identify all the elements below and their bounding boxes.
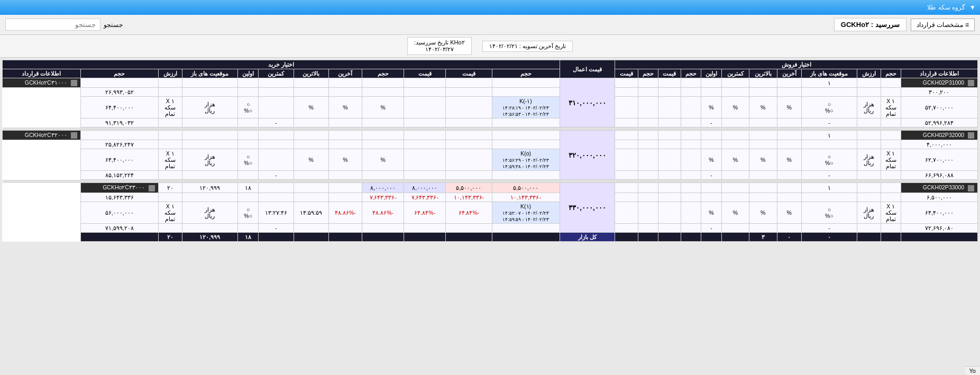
- footer-label: کل بازار: [560, 232, 615, 241]
- buy-col-low: کمترین: [259, 69, 294, 78]
- table-row: ۷۲,۶۹۶,۰۸۰ - - - ۷۱,۵۹۹,۲۰۸: [3, 223, 978, 232]
- table-row: ۶,۵۰۰,۰۰۰ -۱۰,۱۴۳,۳۳۶ -۱۰,۱۴۳,۳۳۶ -۷,۶۴۳…: [3, 193, 978, 202]
- table-row: ۵۲,۹۹۶,۲۸۴ - - - ۹۱,۳۱۹,۰۳۲: [3, 118, 978, 127]
- buy-col-vol: حجم: [80, 69, 158, 78]
- sell-col-latest: آخرین: [777, 69, 801, 78]
- sell-col-contract: اطلاعات قرارداد: [901, 69, 977, 78]
- search-label: جستجو: [104, 21, 123, 29]
- contract-icon: [968, 80, 974, 86]
- sell-col-high: بالاترین: [749, 69, 777, 78]
- sell-col-supply-price: قیمت: [615, 69, 638, 78]
- top-bar: ▼ گروه سکه طلا: [0, 0, 980, 15]
- sell-header: اختیار فروش: [615, 60, 978, 69]
- sell-col-demand-price: قیمت: [658, 69, 681, 78]
- buy-col-high: بالاترین: [294, 69, 328, 78]
- info-bar: تاریخ آخرین تسویه : ۱۴۰۲/۰۲/۲۱ KHo۲ تاری…: [0, 35, 980, 58]
- table-row: GCKH02P31000 ۱ ۳۱۰,۰۰۰,۰۰۰: [3, 78, 978, 88]
- expiry-date-box: KHo۲ تاریخ سررسید: ۱۴۰۲/۰۳/۲۷: [407, 37, 472, 55]
- footer-row: ۰ ۰ ۳ کل بازار ۱۸ ۱۲۰,۹۹۹ ۲۰: [3, 232, 978, 241]
- table-row: ۳۰۰,۲۰۰ ۲۶,۹۹۳,۰۵۲: [3, 88, 978, 97]
- buy-header: اختیار خرید: [3, 60, 560, 69]
- buy-col-val: ارزش: [158, 69, 182, 78]
- header-row: ≡ مشخصات قرارداد سررسید : GCKHo۲ جستجو: [0, 15, 980, 35]
- sell-col-supply-vol: حجم: [638, 69, 658, 78]
- table-row: ۶۶,۶۹۶,۰۸۸ - - - ۸۵,۱۵۲,۲۲۴: [3, 171, 978, 180]
- buy-col-demand-price: قیمت: [404, 69, 446, 78]
- buy-col-openpos: موقعیت های باز: [182, 69, 238, 78]
- buy-col-first: اولین: [238, 69, 259, 78]
- contract-icon: [71, 80, 77, 86]
- contract-specs-button[interactable]: ≡ مشخصات قرارداد: [911, 19, 975, 31]
- buy-col-demand-vol: حجم: [362, 69, 404, 78]
- buy-col-supply-price: قیمت: [446, 69, 492, 78]
- buy-col-latest: آخرین: [328, 69, 362, 78]
- strike-price-header: قیمت اعمال: [560, 60, 615, 78]
- contract-icon: [968, 185, 974, 191]
- sell-col-openpos: موقعیت های باز: [801, 69, 857, 78]
- contract-icon: [968, 132, 974, 139]
- chevron-icon: ▼: [969, 4, 976, 11]
- sell-col-low: کمترین: [722, 69, 749, 78]
- contract-icon: [71, 132, 77, 139]
- table-row: GCKH02P32000 ۱ ۳۲۰,۰۰۰,۰۰۰: [3, 131, 978, 140]
- contract-label: سررسید : GCKHo۲: [834, 18, 906, 31]
- table-row: ۴,۰۰۰,۰۰۰ ۲۵,۸۲۶,۲۴۷: [3, 140, 978, 149]
- sell-col-val: ارزش: [857, 69, 881, 78]
- buy-col-supply-vol: حجم: [492, 69, 560, 78]
- table-row: ۶۲,۷۰۰,۰۰۰ X ۱سکهتمام هزارریال ○○% % % %…: [3, 149, 978, 171]
- sell-col-demand-vol: حجم: [681, 69, 701, 78]
- contract-icon: [149, 185, 155, 191]
- sell-col-demand-first: اولین: [701, 69, 721, 78]
- settlement-date-box: تاریخ آخرین تسویه : ۱۴۰۲/۰۲/۲۱: [482, 41, 573, 52]
- table-row: ۶۴,۴۰۰,۰۰۰ X ۱سکهتمام هزارریال ○○% % % %…: [3, 202, 978, 223]
- table-row: GCKH02P33000 ۱ ۳۳۰,۰۰۰,۰۰۰ ۵,۵۰۰,۰۰۰ ۵,۵…: [3, 183, 978, 193]
- buy-col-contract: اطلاعات قرارداد: [3, 69, 81, 78]
- table-row: ۵۲,۷۰۰,۰۰۰ X ۱سکهتمام هزارریال ○○% % % %…: [3, 97, 978, 118]
- main-table: اختیار فروش قیمت اعمال اختیار خرید اطلاع…: [2, 60, 978, 242]
- search-input[interactable]: [5, 19, 100, 31]
- sell-col-vol: حجم: [881, 69, 901, 78]
- app-title: گروه سکه طلا: [927, 4, 965, 11]
- list-icon: ≡: [965, 21, 969, 29]
